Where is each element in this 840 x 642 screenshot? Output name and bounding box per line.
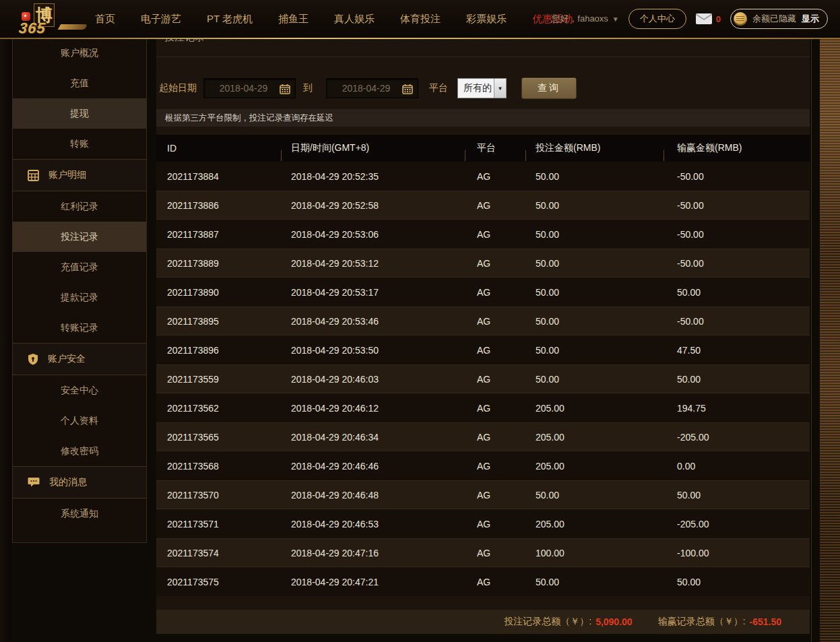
table-cell: 50.00 bbox=[525, 374, 664, 385]
user-greeting[interactable]: 您好，fahaoxs ▼ bbox=[551, 13, 618, 25]
table-row: 20211738842018-04-29 20:52:35AG50.00-50.… bbox=[156, 162, 810, 191]
sidebar-item-15[interactable]: 系统通知 bbox=[13, 499, 146, 529]
balance-pill[interactable]: 余额已隐藏 显示 bbox=[730, 9, 828, 29]
column-header-3: 投注金额(RMB) bbox=[525, 142, 664, 154]
table-cell: 2021173896 bbox=[156, 345, 281, 356]
nav-item-3[interactable]: 捕鱼王 bbox=[265, 13, 321, 26]
nav-item-1[interactable]: 电子游艺 bbox=[128, 13, 194, 26]
search-button[interactable]: 查询 bbox=[521, 77, 577, 99]
shield-icon bbox=[28, 353, 38, 365]
end-date-input[interactable]: 2018-04-29 bbox=[326, 78, 418, 98]
chevron-down-icon[interactable]: ▼ bbox=[494, 79, 506, 98]
to-label: 到 bbox=[303, 82, 313, 94]
sidebar-item-9[interactable]: 转账记录 bbox=[13, 313, 146, 343]
start-date-input[interactable]: 2018-04-29 bbox=[203, 78, 296, 98]
table-cell: 205.00 bbox=[525, 461, 664, 472]
sidebar-item-13[interactable]: 修改密码 bbox=[13, 436, 146, 466]
sidebar-item-8[interactable]: 提款记录 bbox=[13, 282, 146, 313]
table-cell: 2021173570 bbox=[156, 490, 281, 501]
sidebar-item-11[interactable]: 安全中心 bbox=[13, 375, 146, 406]
sidebar-item-2[interactable]: 提现 bbox=[13, 98, 146, 129]
mail-button[interactable]: 0 bbox=[696, 13, 721, 24]
header-right: 您好，fahaoxs ▼ 个人中心 0 余额已隐藏 显示 bbox=[551, 0, 828, 38]
nav-item-2[interactable]: PT 老虎机 bbox=[194, 13, 265, 26]
table-cell: 50.00 bbox=[664, 577, 810, 587]
table-cell: 2021173889 bbox=[156, 258, 281, 269]
table-cell: 2021173562 bbox=[156, 403, 281, 414]
sidebar: 账户概况充值提现转账账户明细红利记录投注记录充值记录提款记录转账记录账户安全安全… bbox=[12, 38, 147, 543]
table-cell: 2018-04-29 20:46:46 bbox=[281, 461, 465, 472]
filter-bar: 起始日期 2018-04-29 到 2018-04-29 平台 所有的 ▼ 查询 bbox=[156, 78, 810, 98]
table-row: 20211738902018-04-29 20:53:17AG50.0050.0… bbox=[156, 278, 810, 307]
table-cell: AG bbox=[465, 229, 525, 240]
table-cell: 194.75 bbox=[664, 403, 810, 414]
start-date-label: 起始日期 bbox=[159, 82, 197, 94]
nav-item-5[interactable]: 体育投注 bbox=[387, 13, 453, 26]
table-row: 20211738952018-04-29 20:53:46AG50.00-50.… bbox=[156, 307, 810, 335]
bet-total-value: 5,090.00 bbox=[595, 616, 633, 627]
table-cell: -50.00 bbox=[664, 229, 810, 240]
table-cell: 50.00 bbox=[525, 171, 664, 182]
table-cell: 205.00 bbox=[525, 519, 664, 529]
sidebar-item-6[interactable]: 投注记录 bbox=[13, 222, 146, 252]
nav-item-6[interactable]: 彩票娱乐 bbox=[453, 13, 519, 26]
table-cell: 2018-04-29 20:47:16 bbox=[281, 548, 465, 558]
show-balance-button[interactable]: 显示 bbox=[802, 13, 819, 25]
column-header-2: 平台 bbox=[465, 142, 525, 154]
table-cell: 205.00 bbox=[525, 403, 664, 414]
sidebar-item-3[interactable]: 转账 bbox=[13, 129, 146, 159]
table-row: 20211735742018-04-29 20:47:16AG100.00-10… bbox=[156, 538, 810, 567]
sidebar-section-label: 我的消息 bbox=[49, 476, 87, 488]
notice-bar: 根据第三方平台限制，投注记录查询存在延迟 bbox=[156, 109, 810, 127]
table-cell: 2018-04-29 20:53:12 bbox=[281, 258, 465, 269]
site-logo[interactable]: 博 365 bbox=[12, 1, 86, 36]
table-cell: 47.50 bbox=[664, 345, 810, 356]
sidebar-section-4[interactable]: 账户明细 bbox=[13, 159, 146, 191]
greeting-text: 您好，fahaoxs bbox=[551, 13, 608, 25]
table-row: 20211738862018-04-29 20:52:58AG50.00-50.… bbox=[156, 191, 810, 220]
table-cell: AG bbox=[465, 490, 525, 501]
calendar-icon[interactable] bbox=[402, 84, 413, 97]
main-content: 投注记录 起始日期 2018-04-29 到 2018-04-29 平台 所有的… bbox=[156, 39, 810, 634]
personal-center-button[interactable]: 个人中心 bbox=[628, 9, 686, 29]
top-bar: 博 365 首页电子游艺PT 老虎机捕鱼王真人娱乐体育投注彩票娱乐优惠活动 您好… bbox=[0, 0, 840, 39]
table-cell: 50.00 bbox=[525, 490, 664, 501]
nav-item-4[interactable]: 真人娱乐 bbox=[321, 13, 387, 26]
sidebar-item-12[interactable]: 个人资料 bbox=[13, 406, 146, 436]
table-cell: AG bbox=[465, 432, 525, 443]
table-cell: 2021173575 bbox=[156, 577, 281, 587]
ledger-icon bbox=[28, 170, 39, 181]
win-total-value: -651.50 bbox=[750, 616, 781, 627]
sidebar-item-7[interactable]: 充值记录 bbox=[13, 252, 146, 282]
table-cell: 50.00 bbox=[525, 316, 664, 327]
table-cell: AG bbox=[465, 374, 525, 385]
table-cell: 50.00 bbox=[664, 490, 810, 501]
table-row: 20211735712018-04-29 20:46:53AG205.00-20… bbox=[156, 509, 810, 538]
table-cell: AG bbox=[465, 316, 525, 327]
table-cell: 0.00 bbox=[664, 461, 810, 472]
sidebar-item-0[interactable]: 账户概况 bbox=[13, 38, 146, 68]
table-cell: -50.00 bbox=[664, 258, 810, 269]
nav-item-0[interactable]: 首页 bbox=[82, 13, 128, 26]
sidebar-section-14[interactable]: 我的消息 bbox=[13, 466, 146, 499]
table-cell: 2021173565 bbox=[156, 432, 281, 443]
table-cell: 100.00 bbox=[525, 548, 664, 558]
table-cell: 2018-04-29 20:53:17 bbox=[281, 287, 465, 298]
platform-select[interactable]: 所有的 ▼ bbox=[457, 78, 507, 98]
sidebar-item-1[interactable]: 充值 bbox=[13, 68, 146, 98]
table-cell: 50.00 bbox=[664, 374, 810, 385]
calendar-icon[interactable] bbox=[280, 84, 290, 97]
sidebar-section-10[interactable]: 账户安全 bbox=[13, 343, 146, 375]
sidebar-section-label: 账户安全 bbox=[48, 353, 86, 365]
table-cell: AG bbox=[465, 461, 525, 472]
coin-icon bbox=[734, 12, 747, 26]
win-total-label: 输赢记录总额（￥）: bbox=[658, 616, 746, 628]
table-cell: AG bbox=[465, 345, 525, 356]
bet-total: 投注记录总额（￥）: 5,090.00 bbox=[504, 616, 632, 628]
table-cell: 2018-04-29 20:53:46 bbox=[281, 316, 465, 327]
table-cell: 2018-04-29 20:53:06 bbox=[281, 229, 465, 240]
mail-count-badge: 0 bbox=[716, 14, 721, 24]
column-header-0: ID bbox=[156, 143, 281, 154]
sidebar-item-5[interactable]: 红利记录 bbox=[13, 191, 146, 222]
table-cell: -50.00 bbox=[664, 171, 810, 182]
